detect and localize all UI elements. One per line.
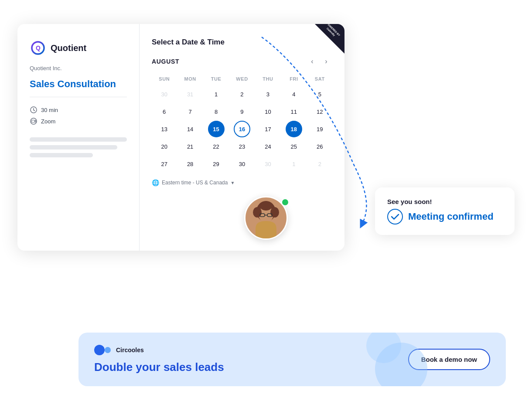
duration-item: 30 min (30, 106, 127, 114)
cal-day-16[interactable]: 16 (234, 121, 250, 137)
cal-day: 31 (182, 86, 198, 102)
scene: POWERED BYCalendly Q (0, 0, 532, 408)
timezone-row[interactable]: 🌐 Eastern time - US & Canada ▼ (152, 179, 332, 186)
day-header-sun: SUN (152, 75, 177, 85)
cal-day[interactable]: 30 (234, 156, 250, 172)
cal-day[interactable]: 29 (208, 156, 225, 172)
svg-text:Q: Q (36, 44, 41, 51)
skeleton-line-3 (30, 153, 93, 157)
banner-headline: Double your sales leads (94, 360, 224, 374)
globe-icon: 🌐 (152, 179, 159, 186)
cal-day-18[interactable]: 18 (286, 121, 302, 137)
cal-day[interactable]: 27 (156, 156, 173, 172)
cal-day-15[interactable]: 15 (208, 121, 225, 137)
cal-day: 30 (156, 86, 173, 102)
brand-dot-large (94, 345, 105, 355)
cal-day: 2 (311, 156, 328, 172)
cal-day[interactable]: 9 (234, 103, 250, 120)
month-nav: AUGUST ‹ › (152, 55, 332, 68)
cal-day[interactable]: 22 (208, 138, 225, 155)
day-header-fri: FRI (281, 75, 306, 85)
cal-day[interactable]: 5 (311, 86, 328, 102)
cal-day[interactable]: 11 (286, 103, 302, 120)
cal-day[interactable]: 17 (259, 121, 276, 137)
timezone-text: Eastern time - US & Canada (162, 180, 228, 186)
cal-day[interactable]: 1 (208, 86, 225, 102)
day-header-wed: WED (229, 75, 254, 85)
cal-day[interactable]: 26 (311, 138, 328, 155)
day-header-tue: TUE (204, 75, 228, 85)
banner-left: Circooles Double your sales leads (94, 345, 224, 374)
svg-point-7 (388, 209, 402, 224)
brand-name: Circooles (116, 347, 144, 354)
cal-day: 1 (286, 156, 302, 172)
skeleton-lines (30, 137, 127, 157)
cal-day[interactable]: 19 (311, 121, 328, 137)
brand-dot-small (105, 347, 111, 353)
cal-day[interactable]: 3 (259, 86, 276, 102)
bottom-banner: Circooles Double your sales leads Book a… (78, 333, 506, 386)
event-meta: 30 min Zoom (30, 106, 127, 125)
cal-day[interactable]: 13 (156, 121, 173, 137)
next-month-button[interactable]: › (320, 55, 332, 68)
cal-day[interactable]: 7 (182, 103, 198, 120)
day-header-sat: SAT (307, 75, 332, 85)
cal-day[interactable]: 21 (182, 138, 198, 155)
cal-day[interactable]: 28 (182, 156, 198, 172)
company-name: Quotient Inc. (30, 65, 127, 71)
calendar-grid: SUN MON TUE WED THU FRI SAT 30 31 1 2 3 … (152, 75, 332, 172)
left-panel: Q Quotient Quotient Inc. Sales Consultat… (17, 24, 140, 251)
check-circle-icon (387, 209, 403, 224)
clock-icon (30, 106, 38, 114)
platform-item: Zoom (30, 117, 127, 125)
cal-day[interactable]: 14 (182, 121, 198, 137)
logo-row: Q Quotient (30, 40, 127, 56)
platform-text: Zoom (41, 118, 55, 125)
cal-day[interactable]: 10 (259, 103, 276, 120)
cal-day[interactable]: 24 (259, 138, 276, 155)
cal-day[interactable]: 2 (234, 86, 250, 102)
calendar-header-title: Select a Date & Time (152, 38, 332, 47)
cal-day[interactable]: 12 (311, 103, 328, 120)
calendly-card: POWERED BYCalendly Q (17, 24, 344, 251)
day-header-mon: MON (177, 75, 202, 85)
see-you-soon-text: See you soon! (387, 198, 502, 205)
quotient-logo-icon: Q (30, 40, 46, 56)
cal-day[interactable]: 20 (156, 138, 173, 155)
cal-day[interactable]: 4 (286, 86, 302, 102)
event-title: Sales Consultation (30, 78, 127, 97)
right-panel: Select a Date & Time AUGUST ‹ › SUN MON … (140, 24, 344, 251)
avatar-person (249, 199, 283, 238)
cal-day[interactable]: 23 (234, 138, 250, 155)
cal-day: 30 (259, 156, 276, 172)
chevron-down-icon: ▼ (230, 180, 235, 185)
prev-month-button[interactable]: ‹ (306, 55, 318, 68)
cal-day[interactable]: 8 (208, 103, 225, 120)
logo-text: Quotient (51, 43, 86, 53)
confirmed-card: See you soon! Meeting confirmed (375, 187, 515, 235)
skeleton-line-2 (30, 145, 117, 150)
day-header-thu: THU (256, 75, 280, 85)
zoom-icon (30, 117, 38, 125)
online-indicator (281, 198, 289, 206)
month-label: AUGUST (152, 58, 179, 65)
svg-rect-6 (32, 120, 35, 122)
cal-day[interactable]: 6 (156, 103, 173, 120)
svg-point-12 (260, 202, 272, 211)
cal-day[interactable]: 25 (286, 138, 302, 155)
confirmed-row: Meeting confirmed (387, 209, 502, 224)
brand-row: Circooles (94, 345, 224, 355)
duration-text: 30 min (41, 107, 58, 113)
skeleton-line-1 (30, 137, 127, 142)
meeting-confirmed-text: Meeting confirmed (408, 211, 494, 222)
